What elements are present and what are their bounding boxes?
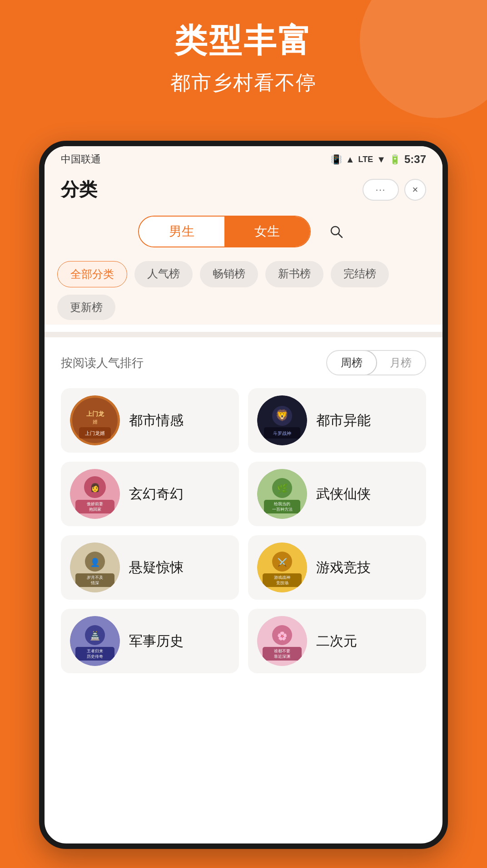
phone-frame: 中国联通 📳 ▲ LTE ▼ 🔋 5:37 分类 ··· × 男生 女生	[39, 141, 448, 849]
male-tab[interactable]: 男生	[139, 217, 224, 247]
category-card-anime[interactable]: 🌸 谁都不要 靠近深渊 二次元	[248, 609, 426, 673]
ranking-header: 按阅读人气排行 周榜 月榜	[61, 350, 426, 375]
status-bar: 中国联通 📳 ▲ LTE ▼ 🔋 5:37	[45, 146, 442, 170]
category-img-game: ⚔️ 游戏战神 竞技场	[257, 542, 307, 592]
ranking-tab-group: 周榜 月榜	[326, 350, 426, 375]
vibrate-icon: 📳	[331, 154, 342, 165]
category-card-military[interactable]: 🏯 王者归来 历史传奇 军事历史	[61, 609, 239, 673]
svg-text:🦁: 🦁	[275, 409, 289, 422]
category-card-game[interactable]: ⚔️ 游戏战神 竞技场 游戏竞技	[248, 535, 426, 600]
svg-text:👤: 👤	[90, 557, 100, 567]
category-row-2: 👩 傲娇前妻 抱回家 玄幻奇幻 🌿	[61, 462, 426, 526]
svg-text:傲娇前妻: 傲娇前妻	[87, 502, 103, 506]
section-divider	[45, 332, 442, 337]
tag-bestseller[interactable]: 畅销榜	[200, 261, 258, 287]
category-card-fantasy[interactable]: 👩 傲娇前妻 抱回家 玄幻奇幻	[61, 462, 239, 526]
category-row-4: 🏯 王者归来 历史传奇 军事历史 🌸	[61, 609, 426, 673]
sub-title: 都市乡村看不停	[0, 69, 487, 96]
svg-text:谁都不要: 谁都不要	[274, 649, 290, 653]
svg-text:🌸: 🌸	[277, 631, 288, 641]
more-options-button[interactable]: ···	[363, 179, 399, 201]
status-icons: 📳 ▲ LTE ▼ 🔋 5:37	[331, 153, 426, 166]
category-card-urban-romance[interactable]: 上门龙 婿 上门龙婿 都市情感	[61, 388, 239, 453]
category-row-1: 上门龙 婿 上门龙婿 都市情感 🦁	[61, 388, 426, 453]
content-area: 按阅读人气排行 周榜 月榜 上门龙 婿	[45, 337, 442, 673]
main-title: 类型丰富	[0, 23, 487, 59]
category-img-military: 🏯 王者归来 历史传奇	[70, 616, 120, 666]
svg-line-1	[338, 234, 342, 237]
promo-header: 类型丰富 都市乡村看不停	[0, 23, 487, 96]
category-card-urban-power[interactable]: 🦁 斗罗战神 都市异能	[248, 388, 426, 453]
category-tags: 全部分类 人气榜 畅销榜 新书榜 完结榜 更新榜	[45, 256, 442, 325]
category-img-fantasy: 👩 傲娇前妻 抱回家	[70, 469, 120, 519]
close-button[interactable]: ×	[404, 179, 426, 201]
category-name-urban-romance: 都市情感	[129, 411, 184, 430]
svg-text:上门龙婿: 上门龙婿	[85, 430, 105, 436]
weekly-tab[interactable]: 周榜	[326, 350, 377, 375]
category-name-game: 游戏竞技	[316, 558, 371, 577]
category-img-mystery: 👤 岁月不及 情深	[70, 542, 120, 592]
category-name-martial: 武侠仙侠	[316, 485, 371, 503]
svg-text:王者归来: 王者归来	[87, 649, 103, 653]
carrier-text: 中国联通	[61, 153, 101, 166]
gender-tab-group: 男生 女生	[138, 216, 311, 247]
svg-text:婿: 婿	[93, 419, 98, 424]
app-header: 分类 ··· ×	[45, 170, 442, 211]
svg-text:游戏战神: 游戏战神	[274, 575, 290, 580]
tag-new[interactable]: 新书榜	[265, 261, 323, 287]
wifi-icon: ▼	[377, 154, 386, 165]
signal-icon: ▲	[346, 154, 355, 165]
svg-text:斗罗战神: 斗罗战神	[273, 431, 291, 436]
svg-text:🌿: 🌿	[277, 483, 288, 494]
tag-updated[interactable]: 更新榜	[57, 295, 115, 320]
svg-text:给我当的: 给我当的	[274, 502, 290, 506]
category-name-fantasy: 玄幻奇幻	[129, 485, 184, 503]
category-card-martial[interactable]: 🌿 给我当的 一百种方法 武侠仙侠	[248, 462, 426, 526]
svg-text:👩: 👩	[90, 483, 100, 493]
svg-text:竞技场: 竞技场	[276, 581, 288, 585]
svg-text:🏯: 🏯	[90, 631, 100, 641]
category-grid: 上门龙 婿 上门龙婿 都市情感 🦁	[61, 388, 426, 673]
svg-text:历史传奇: 历史传奇	[87, 654, 103, 659]
tag-popular[interactable]: 人气榜	[134, 261, 193, 287]
ranking-title: 按阅读人气排行	[61, 355, 144, 371]
svg-text:一百种方法: 一百种方法	[272, 507, 293, 512]
lte-icon: LTE	[358, 155, 373, 164]
category-img-martial: 🌿 给我当的 一百种方法	[257, 469, 307, 519]
category-name-anime: 二次元	[316, 632, 357, 651]
category-name-military: 军事历史	[129, 632, 184, 651]
header-buttons: ··· ×	[363, 179, 426, 201]
monthly-tab[interactable]: 月榜	[376, 351, 425, 375]
svg-text:情深: 情深	[90, 581, 99, 585]
app-title: 分类	[61, 177, 97, 202]
tag-completed[interactable]: 完结榜	[331, 261, 389, 287]
category-row-3: 👤 岁月不及 情深 悬疑惊悚 ⚔️	[61, 535, 426, 600]
category-img-urban-power: 🦁 斗罗战神	[257, 395, 307, 445]
tag-all[interactable]: 全部分类	[57, 261, 127, 287]
svg-text:抱回家: 抱回家	[89, 507, 101, 512]
svg-text:靠近深渊: 靠近深渊	[274, 654, 290, 659]
category-name-urban-power: 都市异能	[316, 411, 371, 430]
female-tab[interactable]: 女生	[224, 217, 310, 247]
category-name-mystery: 悬疑惊悚	[129, 558, 184, 577]
search-button[interactable]	[323, 219, 349, 244]
svg-text:岁月不及: 岁月不及	[87, 575, 103, 580]
category-img-urban-romance: 上门龙 婿 上门龙婿	[70, 395, 120, 445]
svg-text:上门龙: 上门龙	[86, 410, 104, 417]
gender-tabs-row: 男生 女生	[45, 211, 442, 256]
status-time: 5:37	[404, 153, 426, 166]
category-card-mystery[interactable]: 👤 岁月不及 情深 悬疑惊悚	[61, 535, 239, 600]
battery-icon: 🔋	[389, 154, 401, 165]
svg-text:⚔️: ⚔️	[277, 557, 288, 567]
category-img-anime: 🌸 谁都不要 靠近深渊	[257, 616, 307, 666]
